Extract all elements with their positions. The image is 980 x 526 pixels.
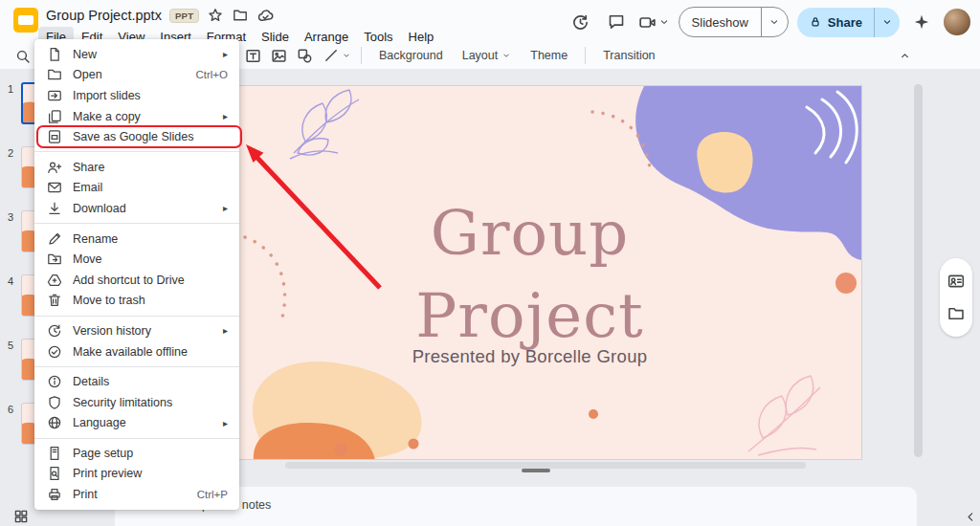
import-slides-icon	[47, 88, 62, 103]
menu-item-share[interactable]: Share	[34, 157, 239, 178]
chevron-down-icon	[658, 16, 670, 28]
gemini-sparkle-icon[interactable]	[908, 9, 935, 35]
slideshow-label[interactable]: Slideshow	[679, 15, 761, 30]
menu-item-label: Rename	[73, 232, 228, 246]
menu-item-shortcut: Ctrl+O	[195, 69, 228, 80]
menu-item-details[interactable]: Details	[34, 371, 239, 392]
google-slides-logo[interactable]	[13, 8, 38, 33]
shield-icon	[47, 395, 62, 410]
slideshow-dropdown[interactable]	[762, 8, 788, 36]
slideshow-button[interactable]: Slideshow	[679, 7, 789, 37]
slide-canvas[interactable]: Group Project Presented by Borcelle Grou…	[198, 86, 861, 459]
share-label[interactable]: Share	[828, 15, 862, 30]
horizontal-scrollbar[interactable]	[285, 462, 806, 469]
menu-item-language[interactable]: Language▸	[34, 413, 239, 434]
menu-item-label: Open	[73, 68, 188, 81]
folder-open-icon	[47, 67, 62, 82]
menu-item-label: Language	[73, 416, 215, 429]
menu-item-move[interactable]: Move	[34, 249, 239, 270]
meet-button[interactable]	[638, 13, 670, 32]
insert-shape-icon[interactable]	[293, 44, 317, 68]
menu-item-download[interactable]: Download▸	[34, 198, 239, 219]
info-icon	[47, 374, 62, 389]
comments-icon[interactable]	[603, 9, 630, 35]
search-menus-icon[interactable]	[11, 45, 34, 68]
version-history-icon[interactable]	[568, 9, 594, 35]
insert-line-icon[interactable]	[319, 44, 343, 68]
vertical-scrollbar[interactable]	[914, 84, 923, 457]
menu-divider	[34, 316, 239, 317]
menu-item-label: Details	[73, 375, 228, 388]
menu-item-version-history[interactable]: Version history▸	[34, 320, 239, 341]
menu-item-label: Import slides	[73, 89, 228, 102]
collapse-toolbar-icon[interactable]	[892, 44, 917, 67]
menu-item-page-setup[interactable]: Page setup	[34, 443, 239, 464]
menu-item-security-limitations[interactable]: Security limitations	[34, 392, 239, 413]
print-preview-icon	[47, 466, 62, 481]
print-icon	[47, 487, 62, 502]
slide-title-line2[interactable]: Project	[198, 285, 861, 346]
menu-item-print[interactable]: PrintCtrl+P	[34, 484, 239, 505]
menu-item-import-slides[interactable]: Import slides	[34, 85, 239, 106]
menu-item-label: Make available offline	[73, 345, 228, 359]
file-menu: New▸OpenCtrl+OImport slidesMake a copy▸S…	[34, 39, 239, 510]
slide-number: 1	[0, 82, 21, 95]
menu-item-label: Version history	[73, 324, 215, 338]
trash-icon	[47, 293, 62, 308]
menu-item-make-a-copy[interactable]: Make a copy▸	[34, 106, 239, 127]
slide-title-line1[interactable]: Group	[198, 203, 861, 264]
share-dropdown[interactable]	[875, 8, 900, 37]
menu-item-email[interactable]: Email	[34, 178, 239, 199]
menu-item-label: Print preview	[73, 467, 228, 480]
account-avatar[interactable]	[944, 9, 970, 35]
submenu-arrow-icon: ▸	[223, 325, 228, 336]
folder-icon[interactable]	[947, 305, 965, 322]
menu-item-rename[interactable]: Rename	[34, 229, 239, 250]
share-button[interactable]: Share	[797, 8, 900, 37]
slide-subtitle[interactable]: Presented by Borcelle Group	[198, 346, 861, 367]
background-button[interactable]: Background	[370, 45, 452, 66]
doc-new-icon	[47, 47, 62, 62]
slide-number: 4	[0, 274, 21, 287]
layout-button[interactable]: Layout	[454, 45, 521, 66]
file-type-badge: PPT	[169, 9, 199, 23]
download-icon	[47, 201, 62, 216]
side-panel	[940, 258, 972, 337]
document-title[interactable]: Group Project.pptx	[46, 8, 162, 23]
menu-item-label: Print	[73, 488, 189, 501]
collapse-side-panel-icon[interactable]	[963, 507, 978, 526]
line-dropdown-icon[interactable]	[341, 44, 352, 68]
menu-item-make-available-offline[interactable]: Make available offline	[34, 341, 239, 362]
menu-item-shortcut: Ctrl+P	[197, 489, 228, 500]
slide-number: 5	[0, 339, 21, 351]
menu-item-open[interactable]: OpenCtrl+O	[34, 65, 239, 86]
globe-icon	[47, 415, 62, 430]
menu-item-save-as-google-slides[interactable]: Save as Google Slides	[34, 126, 239, 147]
menu-item-print-preview[interactable]: Print preview	[34, 464, 239, 485]
drive-add-icon	[47, 273, 62, 288]
menu-item-label: Move to trash	[73, 294, 228, 307]
move-folder-icon[interactable]	[232, 7, 249, 24]
grid-view-icon[interactable]	[10, 507, 33, 526]
contacts-card-icon[interactable]	[947, 273, 965, 290]
chevron-down-icon	[501, 51, 511, 60]
slide-number: 6	[0, 403, 21, 415]
menu-item-label: Make a copy	[73, 110, 215, 123]
menu-item-label: Email	[73, 181, 228, 194]
cloud-status-icon[interactable]	[256, 7, 274, 24]
star-icon[interactable]	[207, 7, 224, 24]
text-box-icon[interactable]	[241, 44, 265, 68]
envelope-icon	[47, 180, 62, 195]
page-setup-icon	[47, 446, 62, 461]
menu-item-add-shortcut-to-drive[interactable]: Add shortcut to Drive	[34, 270, 239, 291]
menu-divider	[34, 366, 239, 367]
menu-item-label: Add shortcut to Drive	[73, 274, 228, 287]
insert-image-icon[interactable]	[267, 44, 291, 68]
transition-button[interactable]: Transition	[594, 45, 663, 66]
menu-item-move-to-trash[interactable]: Move to trash	[34, 291, 239, 312]
theme-button[interactable]: Theme	[522, 45, 576, 66]
menu-divider	[34, 151, 239, 152]
notes-resize-handle[interactable]	[522, 469, 550, 472]
menu-item-new[interactable]: New▸	[34, 44, 239, 65]
menu-divider	[34, 223, 239, 224]
